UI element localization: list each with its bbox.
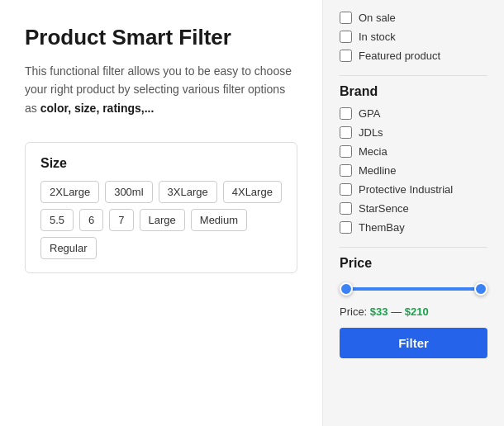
checkbox-label-in-stock: In stock (359, 31, 396, 43)
checkbox-brand-jdls[interactable] (340, 126, 352, 139)
checkbox-item-brand-starsence[interactable]: StarSence (340, 202, 487, 215)
price-display: Price: $33 — $210 (340, 305, 487, 318)
checkbox-brand-medline[interactable] (340, 164, 352, 177)
checkbox-brand-starsence[interactable] (340, 202, 352, 215)
checkbox-item-featured[interactable]: Featured product (340, 50, 487, 62)
size-tag[interactable]: 3XLarge (159, 181, 217, 203)
size-label: Size (40, 156, 282, 171)
left-panel: Product Smart Filter This functional fil… (0, 0, 322, 426)
checkbox-item-brand-medline[interactable]: Medline (340, 164, 487, 177)
price-max-value: $210 (405, 305, 429, 318)
range-thumb-max[interactable] (474, 282, 487, 296)
size-tag[interactable]: 6 (79, 209, 103, 231)
checkbox-label-brand-medline: Medline (359, 164, 397, 177)
checkbox-brand-protective-industrial[interactable] (340, 183, 352, 196)
size-tag[interactable]: 7 (109, 209, 133, 231)
price-section-title: Price (340, 256, 487, 271)
range-thumb-min[interactable] (340, 282, 353, 296)
checkbox-on-sale[interactable] (340, 12, 352, 24)
checkbox-label-brand-mecia: Mecia (359, 145, 388, 158)
size-grid: 2XLarge300ml3XLarge4XLarge5.567LargeMedi… (40, 181, 282, 259)
checkbox-label-brand-thembay: ThemBay (359, 221, 405, 234)
size-tag[interactable]: Large (140, 209, 185, 231)
checkbox-item-brand-mecia[interactable]: Mecia (340, 145, 487, 158)
divider-2 (340, 247, 487, 248)
page-title: Product Smart Filter (25, 25, 297, 50)
size-tag[interactable]: 2XLarge (40, 181, 99, 203)
size-tag[interactable]: 5.5 (40, 209, 74, 231)
checkbox-brand-thembay[interactable] (340, 221, 352, 234)
brand-checkbox-group: GPAJDLsMeciaMedlineProtective Industrial… (340, 107, 487, 234)
checkbox-brand-gpa[interactable] (340, 107, 352, 120)
filter-button[interactable]: Filter (340, 328, 487, 358)
price-separator: — (388, 305, 405, 318)
brand-filter-section: Brand GPAJDLsMeciaMedlineProtective Indu… (340, 84, 487, 234)
size-tag[interactable]: 300ml (105, 181, 152, 203)
checkbox-item-brand-jdls[interactable]: JDLs (340, 126, 487, 139)
description-bold: color, size, ratings,... (40, 102, 155, 115)
checkbox-label-brand-starsence: StarSence (359, 202, 409, 215)
right-panel: On saleIn stockFeatured product Brand GP… (322, 0, 504, 426)
price-min-value: $33 (370, 305, 388, 318)
checkbox-brand-mecia[interactable] (340, 145, 352, 158)
checkbox-label-featured: Featured product (359, 50, 440, 62)
checkbox-label-brand-protective-industrial: Protective Industrial (359, 183, 453, 196)
checkbox-label-brand-gpa: GPA (359, 107, 381, 120)
status-filter-section: On saleIn stockFeatured product (340, 12, 487, 62)
price-range-container (340, 279, 487, 299)
status-checkbox-group: On saleIn stockFeatured product (340, 12, 487, 62)
size-tag[interactable]: Medium (191, 209, 247, 231)
checkbox-label-brand-jdls: JDLs (359, 126, 383, 139)
checkbox-item-in-stock[interactable]: In stock (340, 31, 487, 43)
checkbox-item-brand-thembay[interactable]: ThemBay (340, 221, 487, 234)
checkbox-item-brand-gpa[interactable]: GPA (340, 107, 487, 120)
brand-section-title: Brand (340, 84, 487, 99)
divider-1 (340, 75, 487, 76)
size-tag[interactable]: Regular (40, 237, 97, 259)
checkbox-label-on-sale: On sale (359, 12, 396, 24)
price-section: Price Price: $33 — $210 Filter (340, 256, 487, 358)
checkbox-in-stock[interactable] (340, 31, 352, 43)
price-text: Price: (340, 305, 370, 318)
checkbox-item-on-sale[interactable]: On sale (340, 12, 487, 24)
range-track (340, 287, 487, 291)
checkbox-featured[interactable] (340, 50, 352, 62)
checkbox-item-brand-protective-industrial[interactable]: Protective Industrial (340, 183, 487, 196)
size-filter-box: Size 2XLarge300ml3XLarge4XLarge5.567Larg… (25, 142, 297, 273)
description: This functional filter allows you to be … (25, 62, 297, 117)
size-tag[interactable]: 4XLarge (223, 181, 282, 203)
